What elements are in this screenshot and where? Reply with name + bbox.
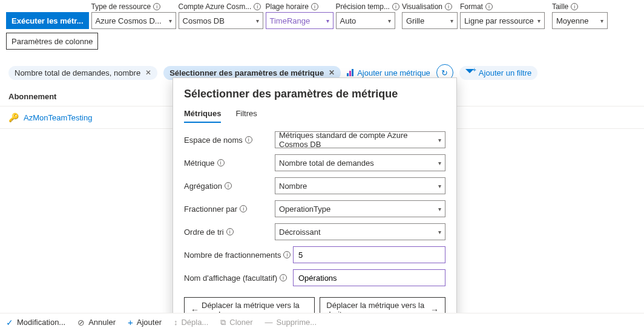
close-icon[interactable]: ✕ — [145, 68, 151, 77]
info-icon: i — [153, 3, 160, 10]
info-icon: i — [217, 159, 225, 166]
resource-type-dropdown[interactable]: Azure Cosmos D... ▾ — [91, 12, 176, 29]
format-dropdown[interactable]: Ligne par ressource ▾ — [460, 12, 545, 29]
display-name-label: Nom d'affichage (facultatif) i — [184, 274, 293, 283]
cancel-button[interactable]: ⊘ Annuler — [77, 318, 116, 327]
time-grain-label: Précision temp... i — [336, 2, 399, 11]
aggregation-label: Agrégation i — [184, 182, 275, 191]
footer-toolbar: ✓ Modification... ⊘ Annuler + Ajouter ↕ … — [0, 313, 644, 331]
format-label: Format i — [460, 2, 545, 11]
info-icon: i — [245, 136, 252, 143]
filter-plus-icon — [465, 69, 474, 76]
sort-order-dropdown[interactable]: Décroissant ▾ — [275, 223, 445, 240]
time-grain-dropdown[interactable]: Auto ▾ — [336, 12, 395, 29]
info-icon: i — [311, 3, 318, 10]
time-range-label: Plage horaire i — [266, 2, 334, 11]
top-toolbar: Exécuter les métr... Type de ressource i… — [0, 0, 644, 29]
run-metrics-button[interactable]: Exécuter les métr... — [6, 12, 89, 29]
metric-settings-popup: Sélectionner des paramètres de métrique … — [172, 77, 457, 331]
add-metric-button[interactable]: Ajouter une métrique — [347, 68, 430, 77]
chevron-down-icon: ▾ — [600, 18, 603, 24]
plus-icon: + — [128, 317, 133, 327]
tab-metrics[interactable]: Métriques — [184, 109, 221, 123]
check-icon: ✓ — [6, 318, 13, 327]
size-label: Taille i — [552, 2, 608, 11]
chevron-down-icon: ▾ — [169, 18, 172, 24]
time-range-dropdown[interactable]: TimeRange ▾ — [266, 12, 334, 29]
metric-pill[interactable]: Nombre total de demandes, nombre ✕ — [8, 66, 157, 80]
info-icon: i — [392, 3, 399, 10]
metric-pill-label: Nombre total de demandes, nombre — [15, 68, 140, 77]
chevron-down-icon: ▾ — [438, 229, 441, 235]
chevron-down-icon: ▾ — [326, 18, 329, 24]
info-icon: i — [280, 274, 287, 281]
chevron-down-icon: ▾ — [438, 137, 441, 143]
move-button[interactable]: ↕ Dépla... — [174, 318, 208, 327]
done-editing-button[interactable]: ✓ Modification... — [6, 318, 65, 327]
account-dropdown[interactable]: Cosmos DB ▾ — [179, 12, 263, 29]
key-icon: 🔑 — [8, 113, 19, 122]
split-count-input[interactable] — [293, 246, 445, 263]
info-icon: i — [225, 182, 232, 189]
popup-title: Sélectionner des paramètres de métrique — [184, 88, 445, 100]
tab-filters[interactable]: Filtres — [235, 109, 257, 123]
info-icon: i — [485, 3, 493, 10]
add-filter-button[interactable]: Ajouter un filtre — [459, 66, 537, 80]
aggregation-dropdown[interactable]: Nombre ▾ — [275, 177, 445, 194]
chevron-down-icon: ▾ — [388, 18, 391, 24]
close-icon[interactable]: ✕ — [329, 68, 335, 77]
account-label: Compte Azure Cosm... i — [179, 2, 263, 11]
chevron-down-icon: ▾ — [438, 206, 441, 212]
chevron-down-icon: ▾ — [438, 160, 441, 166]
chevron-down-icon: ▾ — [438, 183, 441, 189]
info-icon: i — [254, 3, 261, 10]
namespace-label: Espace de noms i — [184, 136, 275, 145]
delete-button[interactable]: — Supprime... — [265, 318, 317, 327]
metric-selector-label: Sélectionner des paramètres de métrique — [169, 68, 324, 77]
metric-dropdown[interactable]: Nombre total de demandes ▾ — [275, 154, 445, 171]
metric-label: Métrique i — [184, 159, 275, 168]
chevron-down-icon: ▾ — [256, 18, 259, 24]
chevron-down-icon: ▾ — [450, 18, 453, 24]
split-by-dropdown[interactable]: OperationType ▾ — [275, 200, 445, 217]
visualization-label: Visualisation i — [402, 2, 458, 11]
clone-button[interactable]: ⧉ Cloner — [220, 318, 252, 327]
bar-chart-icon — [347, 69, 353, 76]
move-icon: ↕ — [174, 318, 178, 327]
info-icon: i — [445, 3, 452, 10]
add-button[interactable]: + Ajouter — [128, 317, 162, 327]
subscription-name: AzMonTeamTesting — [24, 113, 92, 122]
clone-icon: ⧉ — [220, 318, 226, 327]
info-icon: i — [571, 3, 578, 10]
cancel-icon: ⊘ — [77, 318, 85, 327]
delete-icon: — — [265, 318, 273, 327]
resource-type-label: Type de ressource i — [91, 2, 176, 11]
split-by-label: Fractionner par i — [184, 205, 275, 214]
column-settings-button[interactable]: Paramètres de colonne — [6, 33, 98, 50]
namespace-dropdown[interactable]: Métriques standard de compte Azure Cosmo… — [275, 131, 445, 148]
refresh-icon: ↻ — [441, 68, 448, 77]
size-dropdown[interactable]: Moyenne ▾ — [552, 12, 608, 29]
split-count-label: Nombre de fractionnements i — [184, 251, 293, 260]
visualization-dropdown[interactable]: Grille ▾ — [402, 12, 458, 29]
popup-tabs: Métriques Filtres — [184, 109, 445, 123]
info-icon: i — [283, 251, 291, 258]
display-name-input[interactable] — [293, 269, 445, 286]
sort-order-label: Ordre de tri i — [184, 228, 275, 237]
chevron-down-icon: ▾ — [537, 18, 540, 24]
info-icon: i — [240, 205, 247, 212]
info-icon: i — [226, 228, 234, 235]
